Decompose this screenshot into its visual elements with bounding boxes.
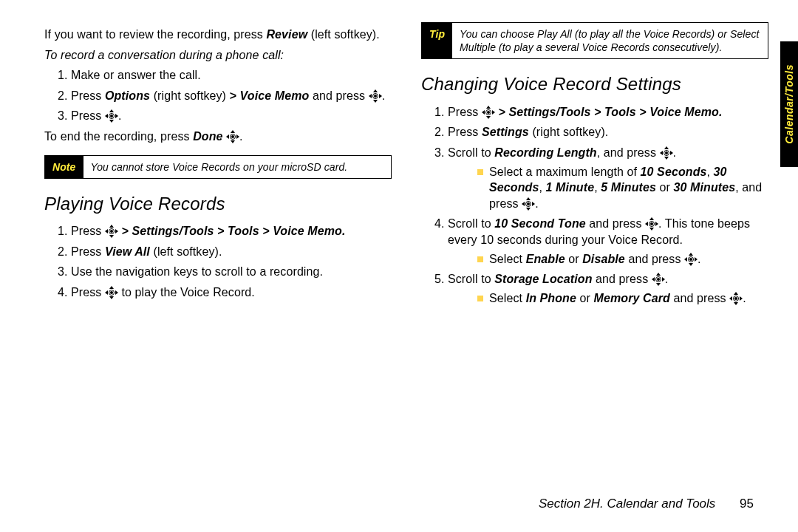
- review-intro: If you want to review the recording, pre…: [44, 27, 392, 43]
- text: Press: [71, 89, 105, 102]
- step-1: Make or answer the call.: [71, 67, 392, 83]
- text: and press: [593, 273, 652, 285]
- text: ,: [594, 181, 601, 194]
- bullet-icon: [477, 256, 483, 262]
- nav-key-icon: [105, 287, 118, 299]
- text: Press: [71, 286, 105, 299]
- text: (right softkey).: [529, 126, 609, 138]
- menu-path: > Voice Memo: [230, 89, 310, 102]
- tip-body: You can choose Play All (to play all the…: [452, 23, 768, 58]
- nav-key-icon: [645, 218, 658, 230]
- text: to play the Voice Record.: [118, 286, 255, 299]
- text: To end the recording, press: [44, 130, 193, 143]
- option: 30 Minutes: [674, 181, 736, 194]
- nav-key-icon: [522, 198, 535, 210]
- nav-key-icon: [105, 225, 118, 237]
- bullet-icon: [477, 296, 483, 301]
- nav-key-icon: [369, 90, 382, 102]
- note-tag: Note: [45, 156, 83, 178]
- note-body: You cannot store Voice Records on your m…: [83, 156, 391, 178]
- changing-steps: Press > Settings/Tools > Tools > Voice M…: [421, 104, 768, 307]
- record-during-call-heading: To record a conversation during a phone …: [44, 47, 392, 64]
- option: In Phone: [526, 292, 576, 304]
- page-footer: Section 2H. Calendar and Tools 95: [539, 497, 754, 511]
- text: Scroll to: [448, 146, 494, 159]
- nav-key-icon: [729, 293, 743, 304]
- text: Select: [489, 253, 526, 265]
- nav-key-icon: [660, 147, 673, 159]
- softkey-name: Options: [105, 89, 150, 102]
- right-column: Tip You can choose Play All (to play all…: [421, 22, 768, 310]
- text: and press: [625, 253, 684, 265]
- nav-key-icon: [226, 131, 239, 143]
- nav-key-icon: [482, 106, 495, 118]
- nav-key-icon: [684, 253, 698, 265]
- step-2: Press Options (right softkey) > Voice Me…: [71, 88, 392, 104]
- nav-key-icon: [652, 273, 665, 285]
- menu-path: > Settings/Tools > Tools > Voice Memo.: [118, 225, 346, 237]
- record-steps: Make or answer the call. Press Options (…: [44, 67, 392, 124]
- play-step-2: Press View All (left softkey).: [71, 244, 392, 260]
- softkey-name: Settings: [482, 126, 529, 138]
- columns: If you want to review the recording, pre…: [44, 22, 768, 310]
- softkey-name: Done: [193, 130, 226, 143]
- nav-key-icon: [105, 110, 118, 122]
- step-5-sub: Select In Phone or Memory Card and press…: [477, 290, 768, 307]
- manual-page: Calendar/Tools If you want to review the…: [0, 0, 798, 532]
- step-3-sub: Select a maximum length of 10 Seconds, 3…: [477, 164, 768, 212]
- text: Press: [448, 106, 482, 118]
- text: or: [565, 253, 583, 265]
- playing-heading: Playing Voice Records: [44, 192, 392, 216]
- section-label: Section 2H. Calendar and Tools: [539, 497, 715, 511]
- text: (right softkey): [150, 89, 230, 102]
- option: 1 Minute: [545, 181, 594, 194]
- changing-heading: Changing Voice Record Settings: [421, 72, 768, 96]
- page-number: 95: [740, 497, 754, 511]
- text: (left softkey).: [307, 28, 380, 41]
- menu-item: 10 Second Tone: [494, 217, 586, 230]
- text: Select: [489, 292, 526, 304]
- text: (left softkey).: [150, 245, 222, 258]
- change-step-3: Scroll to Recording Length, and press . …: [448, 145, 768, 211]
- play-step-4: Press to play the Voice Record.: [71, 284, 392, 301]
- text: Scroll to: [448, 273, 494, 285]
- text: or: [576, 292, 594, 304]
- menu-path: > Settings/Tools > Tools > Voice Memo.: [495, 106, 723, 118]
- change-step-1: Press > Settings/Tools > Tools > Voice M…: [448, 104, 768, 120]
- text: Press: [71, 109, 105, 122]
- left-column: If you want to review the recording, pre…: [44, 22, 392, 310]
- menu-item: Recording Length: [494, 146, 596, 159]
- text: , and press: [597, 146, 660, 159]
- menu-item: Storage Location: [494, 273, 592, 285]
- change-step-2: Press Settings (right softkey).: [448, 124, 768, 140]
- text: and press: [670, 292, 729, 304]
- tip-box: Tip You can choose Play All (to play all…: [421, 22, 768, 59]
- step-3: Press .: [71, 108, 392, 124]
- option: 10 Seconds: [641, 166, 707, 178]
- text: or: [656, 181, 674, 194]
- option: 5 Minutes: [601, 181, 656, 194]
- text: ,: [707, 166, 714, 178]
- text: If you want to review the recording, pre…: [44, 28, 266, 41]
- text: Press: [71, 245, 105, 258]
- text: Select a maximum length of: [489, 166, 641, 178]
- option: Disable: [582, 253, 625, 265]
- section-tab: Calendar/Tools: [780, 41, 798, 167]
- softkey-name: Review: [266, 28, 307, 41]
- option: Enable: [526, 253, 565, 265]
- bullet-icon: [477, 169, 483, 175]
- playing-steps: Press > Settings/Tools > Tools > Voice M…: [44, 223, 392, 300]
- change-step-5: Scroll to Storage Location and press . S…: [448, 271, 768, 306]
- play-step-3: Use the navigation keys to scroll to a r…: [71, 264, 392, 280]
- end-recording: To end the recording, press Done .: [44, 129, 392, 145]
- change-step-4: Scroll to 10 Second Tone and press . Thi…: [448, 216, 768, 267]
- option: Memory Card: [594, 292, 670, 304]
- note-box: Note You cannot store Voice Records on y…: [44, 155, 392, 179]
- text: Press: [448, 126, 482, 138]
- text: Press: [71, 225, 105, 237]
- softkey-name: View All: [105, 245, 150, 258]
- tip-tag: Tip: [422, 23, 452, 58]
- text: Scroll to: [448, 217, 494, 230]
- text: and press: [309, 89, 368, 102]
- step-4-sub: Select Enable or Disable and press .: [477, 251, 768, 267]
